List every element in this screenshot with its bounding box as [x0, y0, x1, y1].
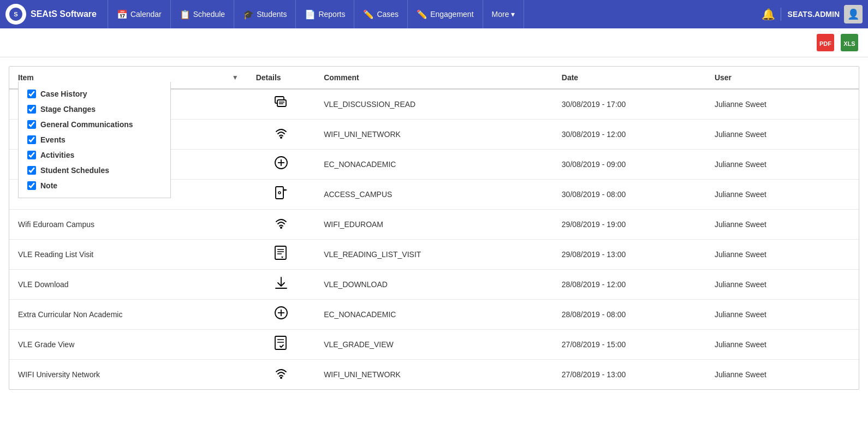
checkbox-stage-changes[interactable]: [27, 105, 36, 114]
table-row[interactable]: Wifi Eduroam Campus WIFI_EDUROAM 29/08/2…: [9, 210, 859, 240]
nav-engagement[interactable]: ✏️ Engagement: [408, 0, 483, 28]
cell-date: 30/08/2019 - 12:00: [553, 120, 706, 150]
cell-user: Julianne Sweet: [706, 330, 859, 360]
activity-table: Item ▼ Case History: [9, 67, 859, 389]
avatar: 👤: [844, 5, 863, 23]
cell-comment: VLE_GRADE_VIEW: [315, 330, 553, 360]
checkbox-events[interactable]: [27, 135, 36, 144]
cell-date: 28/08/2019 - 08:00: [553, 300, 706, 330]
svg-rect-17: [275, 246, 286, 259]
pdf-export-button[interactable]: PDF: [816, 33, 835, 52]
cell-user: Julianne Sweet: [706, 240, 859, 270]
cell-details: [247, 270, 315, 300]
cell-date: 30/08/2019 - 09:00: [553, 150, 706, 180]
dropdown-activities[interactable]: Activities: [19, 147, 170, 163]
svg-point-10: [280, 136, 282, 139]
cell-comment: WIFI_UNI_NETWORK: [315, 360, 553, 390]
cell-comment: WIFI_EDUROAM: [315, 210, 553, 240]
table-row[interactable]: WIFI University Network WIFI_UNI_NETWORK…: [9, 360, 859, 390]
cell-user: Julianne Sweet: [706, 300, 859, 330]
nav-schedule[interactable]: 📋 Schedule: [171, 0, 234, 28]
item-dropdown-wrapper[interactable]: Item ▼ Case History: [18, 73, 239, 82]
table-row[interactable]: Extra Curricular Non Academic EC_NONACAD…: [9, 300, 859, 330]
cell-user: Julianne Sweet: [706, 210, 859, 240]
main-content: Item ▼ Case History: [0, 57, 868, 428]
cell-details: [247, 120, 315, 150]
pdf-icon: PDF: [817, 34, 834, 51]
cell-details: [247, 89, 315, 120]
cell-user: Julianne Sweet: [706, 270, 859, 300]
notifications-bell[interactable]: 🔔: [756, 8, 781, 21]
cell-date: 27/08/2019 - 15:00: [553, 330, 706, 360]
item-dropdown-panel: Case History Stage Changes General Commu…: [18, 82, 171, 198]
cell-comment: ACCESS_CAMPUS: [315, 180, 553, 210]
svg-rect-14: [276, 187, 283, 199]
logo: S: [5, 4, 26, 25]
cell-item: WIFI University Network: [9, 360, 247, 390]
dropdown-events[interactable]: Events: [19, 132, 170, 147]
table-row[interactable]: VLE Grade View VLE_GRADE_VIEW 27/08/2019…: [9, 330, 859, 360]
schedule-icon: 📋: [180, 9, 191, 20]
cell-details: [247, 150, 315, 180]
svg-text:S: S: [14, 11, 18, 17]
excel-icon: XLS: [841, 34, 858, 51]
nav-cases[interactable]: ✏️ Cases: [354, 0, 408, 28]
cell-comment: VLE_READING_LIST_VISIT: [315, 240, 553, 270]
svg-text:PDF: PDF: [819, 40, 831, 47]
svg-point-16: [280, 227, 282, 229]
data-table-container: Item ▼ Case History: [9, 66, 859, 390]
svg-rect-25: [275, 336, 286, 349]
user-menu[interactable]: SEATS.ADMIN 👤: [788, 5, 863, 23]
column-user: User: [706, 67, 859, 89]
nav-reports[interactable]: 📄 Reports: [296, 0, 354, 28]
cell-comment: EC_NONACADEMIC: [315, 300, 553, 330]
cell-details: [247, 330, 315, 360]
dropdown-note[interactable]: Note: [19, 178, 170, 193]
nav-more[interactable]: More ▾: [483, 0, 525, 28]
username: SEATS.ADMIN: [788, 10, 840, 19]
navbar-right: 🔔 SEATS.ADMIN 👤: [756, 5, 863, 23]
cell-comment: WIFI_UNI_NETWORK: [315, 120, 553, 150]
checkbox-general-communications[interactable]: [27, 120, 36, 129]
cell-comment: VLE_DISCUSSION_READ: [315, 89, 553, 120]
nav-students[interactable]: 🎓 Students: [234, 0, 296, 28]
svg-rect-7: [277, 100, 286, 106]
dropdown-stage-changes[interactable]: Stage Changes: [19, 102, 170, 117]
column-item[interactable]: Item ▼ Case History: [9, 67, 247, 89]
checkbox-case-history[interactable]: [27, 90, 36, 98]
checkbox-student-schedules[interactable]: [27, 166, 36, 175]
cell-comment: EC_NONACADEMIC: [315, 150, 553, 180]
dropdown-case-history[interactable]: Case History: [19, 86, 170, 102]
cell-user: Julianne Sweet: [706, 360, 859, 390]
nav-menu: 📅 Calendar 📋 Schedule 🎓 Students 📄 Repor…: [108, 0, 756, 28]
cell-item: Extra Curricular Non Academic: [9, 300, 247, 330]
table-row[interactable]: VLE Download VLE_DOWNLOAD 28/08/2019 - 1…: [9, 270, 859, 300]
excel-export-button[interactable]: XLS: [840, 33, 859, 52]
chevron-down-icon: ▼: [232, 74, 239, 81]
cases-icon: ✏️: [363, 9, 374, 20]
reports-icon: 📄: [305, 9, 316, 20]
brand[interactable]: S SEAtS Software: [5, 4, 97, 25]
dropdown-student-schedules[interactable]: Student Schedules: [19, 163, 170, 178]
checkbox-note[interactable]: [27, 181, 36, 190]
cell-date: 30/08/2019 - 08:00: [553, 180, 706, 210]
checkbox-activities[interactable]: [27, 151, 36, 159]
navbar: S SEAtS Software 📅 Calendar 📋 Schedule 🎓…: [0, 0, 868, 28]
cell-user: Julianne Sweet: [706, 180, 859, 210]
svg-text:XLS: XLS: [843, 40, 855, 47]
cell-details: [247, 180, 315, 210]
calendar-icon: 📅: [117, 9, 128, 20]
cell-comment: VLE_DOWNLOAD: [315, 270, 553, 300]
brand-name: SEAtS Software: [31, 9, 97, 19]
nav-calendar[interactable]: 📅 Calendar: [108, 0, 171, 28]
cell-date: 30/08/2019 - 17:00: [553, 89, 706, 120]
dropdown-general-communications[interactable]: General Communications: [19, 117, 170, 132]
cell-item: Wifi Eduroam Campus: [9, 210, 247, 240]
svg-point-28: [280, 377, 282, 379]
students-icon: 🎓: [243, 9, 254, 20]
cell-user: Julianne Sweet: [706, 120, 859, 150]
column-details: Details: [247, 67, 315, 89]
table-row[interactable]: VLE Reading List Visit VLE_READING_LIST_…: [9, 240, 859, 270]
item-dropdown-trigger[interactable]: Item ▼: [18, 73, 239, 82]
toolbar: PDF XLS: [0, 28, 868, 57]
